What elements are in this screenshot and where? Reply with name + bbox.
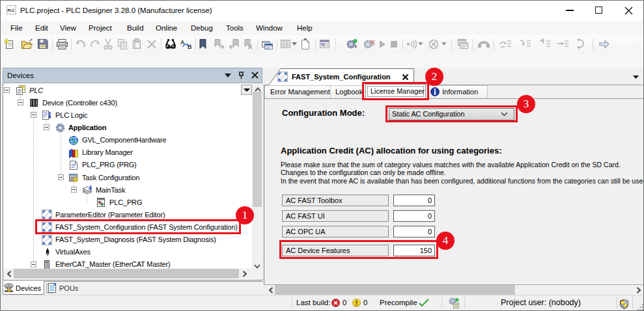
svg-text:PLC: PLC [8,8,15,12]
